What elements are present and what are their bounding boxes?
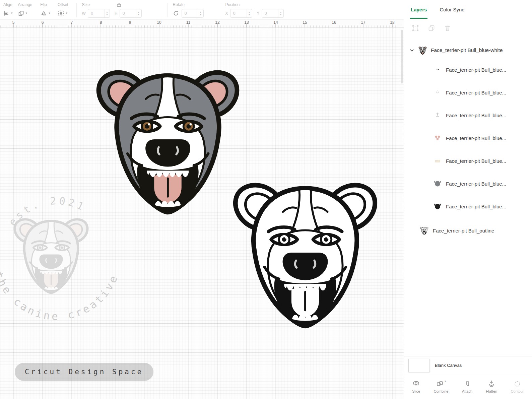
position-group: Position X ▲▼ Y ▲▼ bbox=[225, 2, 297, 18]
attach-icon bbox=[464, 380, 471, 387]
chevron-down-icon[interactable] bbox=[409, 48, 414, 53]
layer-row[interactable]: Face_terrier-pit Bull_blue... bbox=[404, 104, 532, 127]
align-button[interactable]: ▾ bbox=[3, 9, 13, 18]
chevron-down-icon: ▾ bbox=[445, 380, 446, 383]
stepper-arrows-icon[interactable]: ▲▼ bbox=[104, 9, 110, 17]
duplicate-icon bbox=[428, 25, 435, 31]
canvas-color-swatch[interactable] bbox=[408, 359, 430, 372]
canvas-scrollbar[interactable] bbox=[401, 30, 403, 83]
delete-button[interactable] bbox=[444, 25, 451, 33]
watermark-est-text: est. 2021 bbox=[6, 195, 88, 228]
ruler-major-ticks bbox=[0, 23, 404, 27]
stepper-arrows-icon[interactable]: ▲▼ bbox=[198, 9, 203, 17]
rotate-input[interactable]: ▲▼ bbox=[182, 9, 204, 18]
position-label: Position bbox=[225, 2, 297, 7]
layer-tools bbox=[404, 19, 532, 36]
toolbar-divider bbox=[167, 3, 168, 17]
slice-button[interactable]: Slice bbox=[412, 380, 420, 393]
arrange-button[interactable]: ▾ bbox=[18, 9, 32, 18]
layer-label: Face_terrier-pit Bull_blue... bbox=[446, 113, 506, 118]
layer-label: Face_terrier-pit Bull_blue... bbox=[446, 67, 506, 73]
chevron-down-icon: ▾ bbox=[49, 12, 50, 15]
layer-outline-row[interactable]: Face_terrier-pit Bull_outline bbox=[404, 222, 532, 239]
flatten-icon bbox=[488, 380, 495, 387]
flip-label: Flip bbox=[40, 2, 50, 7]
height-input[interactable]: ▲▼ bbox=[120, 9, 142, 18]
rotate-icon bbox=[173, 10, 179, 16]
horizontal-ruler: 5 6 7 8 9 10 11 12 13 14 15 16 17 18 bbox=[0, 19, 404, 28]
contour-label: Contour bbox=[511, 389, 524, 393]
cricut-design-space-app: Align ▾ Arrange ▾ Flip ▾ Offset ▾ bbox=[0, 0, 532, 399]
offset-button[interactable]: ▾ bbox=[58, 9, 68, 18]
panel-tabs: Layers Color Sync bbox=[404, 0, 532, 19]
blank-canvas-row[interactable]: Blank Canvas bbox=[404, 356, 532, 374]
ruler-number: 14 bbox=[273, 20, 278, 25]
attach-button[interactable]: Attach bbox=[462, 380, 472, 393]
stepper-arrows-icon[interactable]: ▲▼ bbox=[247, 9, 252, 17]
blank-canvas-label: Blank Canvas bbox=[435, 363, 462, 368]
edit-toolbar: Align ▾ Arrange ▾ Flip ▾ Offset ▾ bbox=[0, 0, 404, 19]
ruler-number: 10 bbox=[157, 20, 161, 25]
attach-label: Attach bbox=[462, 389, 472, 393]
size-group: Size W ▲▼ H ▲▼ bbox=[82, 2, 162, 18]
layer-row[interactable]: Face_terrier-pit Bull_blue... bbox=[404, 172, 532, 195]
width-input[interactable]: ▲▼ bbox=[88, 9, 110, 18]
layer-row[interactable]: Face_terrier-pit Bull_blue... bbox=[404, 58, 532, 81]
tab-layers-label: Layers bbox=[411, 7, 427, 12]
duplicate-button[interactable] bbox=[428, 25, 435, 33]
layer-thumbnail bbox=[433, 134, 442, 143]
flip-button[interactable]: ▾ bbox=[40, 9, 50, 18]
tab-color-sync[interactable]: Color Sync bbox=[440, 0, 464, 19]
chevron-down-icon: ▾ bbox=[11, 12, 13, 15]
ruler-number: 6 bbox=[42, 20, 44, 25]
layer-thumbnail bbox=[433, 88, 442, 97]
flatten-button[interactable]: Flatten bbox=[486, 380, 497, 393]
layer-actions-bar: Slice ▾ Combine Attach Flatten Contour bbox=[404, 374, 532, 399]
layer-group-row[interactable]: Face_terrier-pit Bull_blue-white bbox=[404, 42, 532, 58]
design-canvas[interactable]: est. 2021 the canine creative Cricut Des… bbox=[0, 28, 404, 399]
ruler-number: 16 bbox=[332, 20, 336, 25]
layer-row[interactable]: Face_terrier-pit Bull_blue... bbox=[404, 127, 532, 149]
x-position-input[interactable]: ▲▼ bbox=[230, 9, 252, 18]
layer-thumbnail bbox=[433, 111, 442, 120]
y-label: Y bbox=[257, 11, 260, 16]
slice-label: Slice bbox=[412, 389, 420, 393]
toolbar-divider bbox=[220, 3, 220, 17]
layer-row[interactable]: Face_terrier-pit Bull_blue... bbox=[404, 81, 532, 104]
canvas-object-pitbull-outline[interactable] bbox=[226, 170, 384, 334]
trash-icon bbox=[444, 25, 451, 31]
group-button[interactable] bbox=[412, 25, 419, 33]
layer-thumbnail bbox=[433, 65, 442, 74]
stepper-arrows-icon[interactable]: ▲▼ bbox=[278, 9, 283, 17]
toolbar-divider bbox=[76, 3, 77, 17]
layer-outline-label: Face_terrier-pit Bull_outline bbox=[433, 228, 494, 234]
canvas-object-pitbull-color[interactable] bbox=[90, 57, 246, 220]
tab-layers[interactable]: Layers bbox=[411, 0, 427, 19]
ruler-number: 12 bbox=[215, 20, 219, 25]
stepper-arrows-icon[interactable]: ▲▼ bbox=[136, 9, 141, 17]
arrange-group: Arrange ▾ bbox=[18, 2, 32, 18]
rotate-group: Rotate ▲▼ bbox=[173, 2, 214, 18]
size-label: Size bbox=[82, 2, 162, 7]
contour-button[interactable]: Contour bbox=[511, 380, 524, 393]
offset-group: Offset ▾ bbox=[58, 2, 68, 18]
layer-row[interactable]: Face_terrier-pit Bull_blue... bbox=[404, 195, 532, 218]
layer-row[interactable]: Face_terrier-pit Bull_blue... bbox=[404, 149, 532, 172]
arrange-label: Arrange bbox=[18, 2, 32, 7]
ruler-number: 9 bbox=[129, 20, 131, 25]
tab-color-sync-label: Color Sync bbox=[440, 7, 464, 12]
lock-icon bbox=[116, 2, 122, 7]
chevron-down-icon: ▾ bbox=[66, 12, 68, 15]
ruler-number: 13 bbox=[244, 20, 249, 25]
contour-icon bbox=[514, 380, 521, 387]
rotate-label: Rotate bbox=[173, 2, 214, 7]
align-group: Align ▾ bbox=[3, 2, 13, 18]
layer-label: Face_terrier-pit Bull_blue... bbox=[446, 135, 506, 141]
align-icon bbox=[3, 10, 9, 16]
combine-button[interactable]: ▾ Combine bbox=[434, 380, 448, 393]
y-position-input[interactable]: ▲▼ bbox=[262, 9, 284, 18]
size-lock-button[interactable] bbox=[116, 2, 122, 9]
svg-text:the canine creative: the canine creative bbox=[0, 270, 120, 322]
layer-thumbnail bbox=[420, 226, 429, 235]
combine-icon bbox=[436, 380, 444, 387]
